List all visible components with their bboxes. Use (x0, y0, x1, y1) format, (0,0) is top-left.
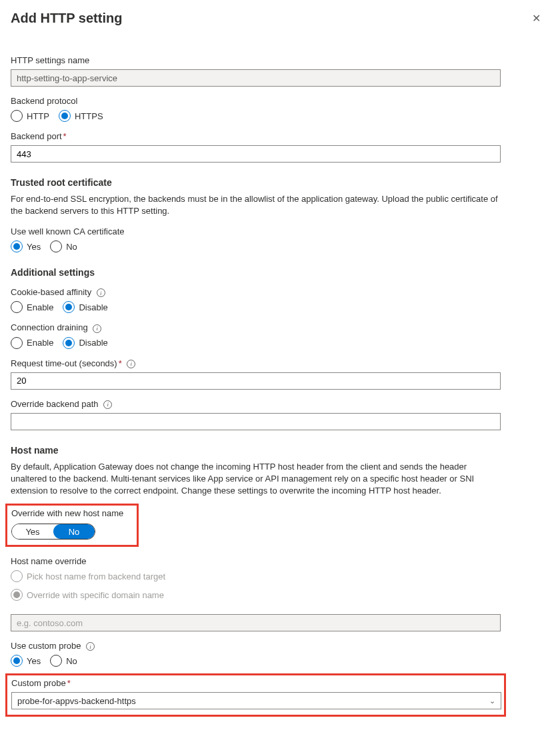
override-backend-path-input[interactable] (11, 413, 501, 430)
required-asterisk: * (119, 358, 122, 368)
override-new-host-no[interactable]: No (53, 524, 95, 539)
well-known-ca-label: Use well known CA certificate (11, 226, 543, 236)
highlight-annotation: Override with new host name Yes No (5, 504, 139, 547)
connection-draining-enable[interactable]: Enable (11, 337, 53, 349)
required-asterisk: * (67, 678, 71, 688)
radio-icon (11, 655, 23, 667)
backend-protocol-http[interactable]: HTTP (11, 110, 49, 122)
custom-probe-select[interactable]: probe-for-appvs-backend-https ⌄ (11, 692, 501, 709)
info-icon[interactable]: i (127, 360, 135, 368)
host-name-heading: Host name (11, 445, 543, 456)
backend-protocol-radio-group: HTTP HTTPS (11, 110, 543, 122)
info-icon[interactable]: i (86, 642, 95, 651)
radio-icon (11, 301, 23, 313)
custom-probe-value: probe-for-appvs-backend-https (17, 696, 136, 706)
backend-protocol-label: Backend protocol (11, 96, 543, 106)
page-title: Add HTTP setting (11, 11, 122, 26)
override-new-host-yes[interactable]: Yes (12, 524, 53, 539)
host-name-override-pick-backend: Pick host name from backend target (11, 570, 165, 582)
use-custom-probe-no[interactable]: No (50, 655, 77, 667)
well-known-ca-radio-group: Yes No (11, 240, 543, 252)
connection-draining-disable[interactable]: Disable (63, 337, 107, 349)
host-name-override-specific-domain: Override with specific domain name (11, 589, 164, 601)
radio-icon (11, 570, 23, 582)
radio-icon (50, 655, 62, 667)
radio-icon (11, 110, 23, 122)
backend-port-label: Backend port* (11, 131, 543, 141)
radio-icon (11, 337, 23, 349)
info-icon[interactable]: i (93, 324, 101, 333)
well-known-ca-yes[interactable]: Yes (11, 240, 41, 252)
connection-draining-radio-group: Enable Disable (11, 337, 543, 349)
close-icon[interactable]: ✕ (529, 11, 543, 27)
cookie-affinity-disable[interactable]: Disable (63, 301, 107, 313)
highlight-annotation: Custom probe* probe-for-appvs-backend-ht… (5, 673, 506, 717)
use-custom-probe-label: Use custom probe i (11, 641, 543, 651)
custom-probe-label: Custom probe* (11, 678, 500, 688)
radio-icon (63, 301, 75, 313)
request-timeout-label: Request time-out (seconds)* i (11, 358, 543, 368)
radio-icon (50, 240, 62, 252)
use-custom-probe-radio-group: Yes No (11, 655, 543, 667)
radio-icon (59, 110, 71, 122)
host-name-desc: By default, Application Gateway does not… (11, 461, 504, 498)
override-new-host-toggle[interactable]: Yes No (11, 524, 95, 540)
host-name-override-label: Host name override (11, 556, 543, 566)
trusted-root-desc: For end-to-end SSL encryption, the backe… (11, 193, 504, 217)
cookie-affinity-enable[interactable]: Enable (11, 301, 53, 313)
override-backend-path-label: Override backend path i (11, 399, 543, 409)
backend-port-input[interactable] (11, 145, 501, 163)
host-name-override-input[interactable] (11, 614, 501, 631)
radio-icon (11, 240, 23, 252)
use-custom-probe-yes[interactable]: Yes (11, 655, 41, 667)
http-settings-name-label: HTTP settings name (11, 55, 543, 65)
additional-settings-heading: Additional settings (11, 267, 543, 278)
info-icon[interactable]: i (97, 288, 105, 297)
trusted-root-heading: Trusted root certificate (11, 177, 543, 188)
chevron-down-icon: ⌄ (489, 697, 495, 705)
cookie-affinity-label: Cookie-based affinity i (11, 287, 543, 297)
info-icon[interactable]: i (103, 400, 112, 409)
request-timeout-input[interactable] (11, 372, 501, 390)
well-known-ca-no[interactable]: No (50, 240, 77, 252)
host-name-override-radio-group: Pick host name from backend target Overr… (11, 570, 543, 601)
cookie-affinity-radio-group: Enable Disable (11, 301, 543, 313)
radio-icon (63, 337, 75, 349)
override-new-host-label: Override with new host name (11, 508, 133, 518)
connection-draining-label: Connection draining i (11, 322, 543, 332)
required-asterisk: * (63, 131, 67, 141)
radio-icon (11, 589, 23, 601)
http-settings-name-input[interactable] (11, 69, 501, 87)
backend-protocol-https[interactable]: HTTPS (59, 110, 103, 122)
